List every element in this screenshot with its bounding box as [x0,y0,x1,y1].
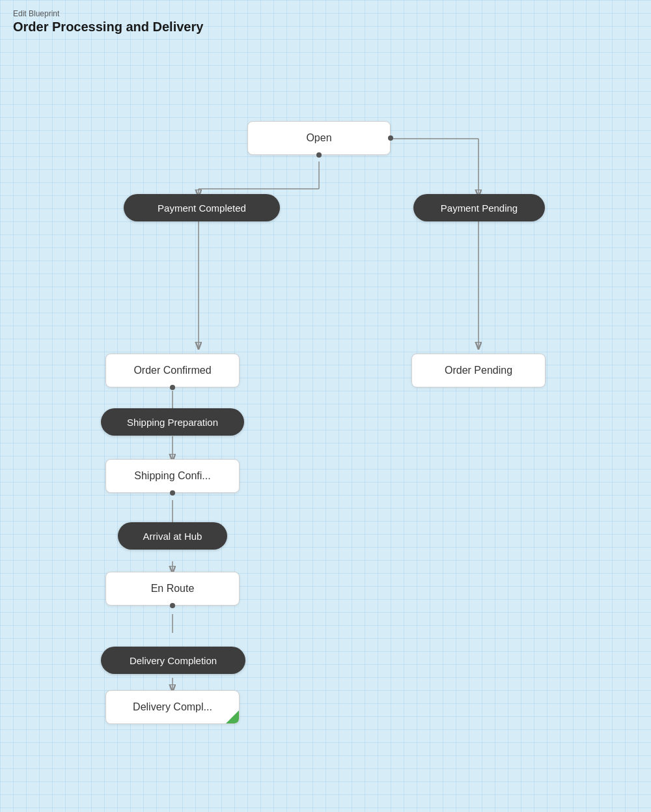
state-shipping-confirmed[interactable]: Shipping Confi... [105,459,240,493]
state-delivery-complete[interactable]: Delivery Compl... [105,690,240,724]
state-open[interactable]: Open [247,121,391,155]
transition-arrival-at-hub[interactable]: Arrival at Hub [118,522,227,550]
state-order-pending[interactable]: Order Pending [411,354,546,387]
transition-shipping-preparation[interactable]: Shipping Preparation [101,408,244,436]
dot-shipping-confirmed-bottom [170,490,175,496]
transition-delivery-completion[interactable]: Delivery Completion [101,647,245,674]
dot-open-bottom [316,152,322,158]
green-corner-indicator [226,710,239,723]
transition-payment-completed[interactable]: Payment Completed [124,194,280,221]
dot-order-confirmed-bottom [170,385,175,390]
state-order-confirmed[interactable]: Order Confirmed [105,354,240,387]
dot-open-right [388,135,393,141]
header-subtitle: Edit Blueprint [13,9,203,18]
state-en-route[interactable]: En Route [105,572,240,606]
header: Edit Blueprint Order Processing and Deli… [13,9,203,35]
blueprint-canvas: Edit Blueprint Order Processing and Deli… [0,0,651,812]
transition-payment-pending[interactable]: Payment Pending [413,194,545,221]
page-title: Order Processing and Delivery [13,20,203,35]
dot-en-route-bottom [170,603,175,608]
